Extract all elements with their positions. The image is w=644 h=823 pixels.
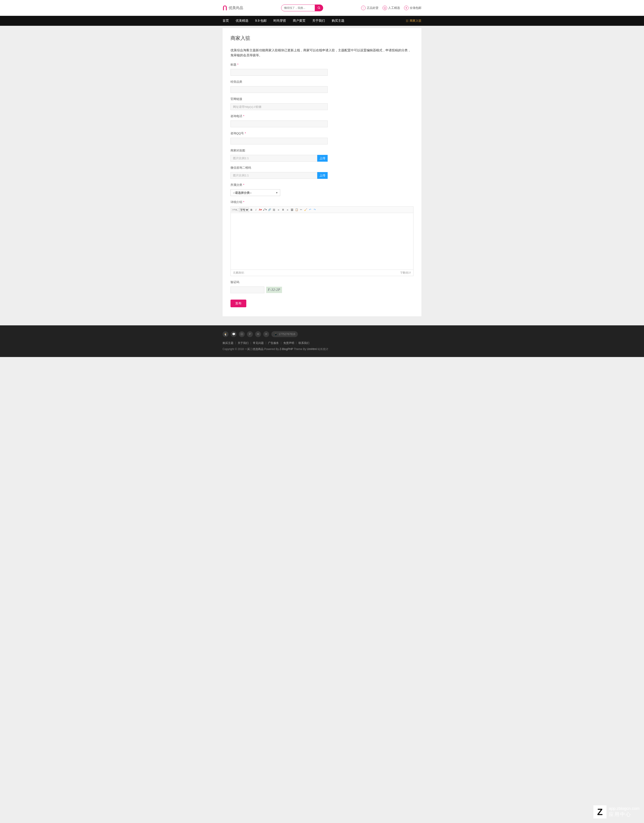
tb-image-button[interactable]: 🖼 <box>290 208 294 212</box>
input-title[interactable] <box>230 69 328 76</box>
search-button[interactable] <box>315 5 323 11</box>
submit-button[interactable]: 发布 <box>230 299 246 307</box>
label-qq: 咨询QQ号* <box>230 131 414 135</box>
nav-deals[interactable]: 9.9 包邮 <box>255 19 267 23</box>
qq-icon[interactable]: 🐧 <box>222 331 228 337</box>
label-title: 标题* <box>230 63 414 67</box>
tb-unlink-button[interactable]: ⛓ <box>272 208 276 212</box>
nav-fashion[interactable]: 时尚穿搭 <box>273 19 286 23</box>
nav-about[interactable]: 关于我们 <box>312 19 325 23</box>
svg-line-1 <box>319 8 320 9</box>
wechat-path-display: 图片比例1:1 <box>230 172 317 179</box>
tb-html-button[interactable]: HTML <box>232 208 239 211</box>
editor-wordcount[interactable]: 字数统计 <box>400 271 411 275</box>
tb-undo-button[interactable]: ↶ <box>308 208 312 212</box>
phone-badge[interactable]: 📱 17752767616 <box>271 331 298 337</box>
editor-toolbar: HTML 字号 B I A▾ 🖍▾ 🔗 ⛓ ≡ ≣ ≡ 🖼 📋 ✏ 🧹 ↶ ↷ <box>231 207 413 213</box>
tb-format-button[interactable]: 🧹 <box>304 208 308 212</box>
upload-cover-button[interactable]: 上传 <box>317 155 328 162</box>
search-icon <box>317 6 320 9</box>
footer-link-buy[interactable]: 购买主题 <box>222 341 233 345</box>
footer-link-contact[interactable]: 联系我们 <box>299 341 309 345</box>
tb-redo-button[interactable]: ↷ <box>313 208 317 212</box>
footer-link-about[interactable]: 关于我们 <box>238 341 248 345</box>
nav-merchant-register[interactable]: ☷ 商家入驻 <box>406 19 422 23</box>
footer-link-disclaimer[interactable]: 免责声明 <box>284 341 294 345</box>
label-class: 所属分类* <box>230 183 414 187</box>
header-link-shipping[interactable]: ¥ 全场包邮 <box>404 6 422 10</box>
phone-icon: 📱 <box>274 333 278 336</box>
package-icon: ¥ <box>404 6 409 10</box>
tb-align-right-button[interactable]: ≡ <box>286 208 290 212</box>
nav-featured[interactable]: 优美精选 <box>236 19 248 23</box>
heart-icon: ♡ <box>361 6 366 10</box>
label-captcha: 验证码 <box>230 280 414 284</box>
label-phone: 咨询电话* <box>230 114 414 118</box>
label-category: 经营品类 <box>230 80 414 84</box>
label-website: 官网链接 <box>230 97 414 101</box>
nav-merchants[interactable]: 商户黄页 <box>293 19 305 23</box>
rich-editor: HTML 字号 B I A▾ 🖍▾ 🔗 ⛓ ≡ ≣ ≡ 🖼 📋 ✏ 🧹 ↶ ↷ <box>230 206 414 276</box>
tb-fontcolor-button[interactable]: A▾ <box>259 208 262 212</box>
tb-fontsize-select[interactable]: 字号 <box>239 208 249 212</box>
header-link-curated[interactable]: Q 人工精选 <box>383 6 400 10</box>
zblog-link[interactable]: Z-BlogPHP <box>279 347 293 351</box>
weibo-icon[interactable]: ⓦ <box>239 331 245 337</box>
input-phone[interactable] <box>230 121 328 127</box>
footer-links: 购买主题| 关于我们| 常见问题| 广告服务| 免责声明| 联系我们 <box>222 341 422 345</box>
theme-link[interactable]: UmHtml <box>307 347 317 351</box>
upload-wechat-button[interactable]: 上传 <box>317 172 328 179</box>
header-links: ♡ 正品好货 Q 人工精选 ¥ 全场包邮 <box>361 6 422 10</box>
captcha-image[interactable]: F-32-2P <box>266 287 282 293</box>
tb-italic-button[interactable]: I <box>254 208 258 212</box>
store-icon: ☷ <box>406 19 409 23</box>
label-wechat: 微信咨询二维码 <box>230 166 414 170</box>
search-input[interactable] <box>281 5 315 11</box>
select-class[interactable]: --请选择分类-- <box>230 189 280 196</box>
svg-point-0 <box>318 7 320 9</box>
tb-paste-button[interactable]: 📋 <box>294 208 299 212</box>
page-intro: 优美综合淘客主题新功能商家入驻模块已更新上线，商家可以在线申请入驻，主题配置中可… <box>230 48 414 58</box>
footer-link-ads[interactable]: 广告服务 <box>268 341 279 345</box>
editor-textarea[interactable] <box>231 213 413 270</box>
input-website[interactable] <box>230 103 328 110</box>
search-box <box>281 5 323 11</box>
cover-path-display: 图片比例1:1 <box>230 155 317 162</box>
tb-bold-button[interactable]: B <box>250 208 253 212</box>
input-qq[interactable] <box>230 138 328 144</box>
label-cover: 商家封面图 <box>230 149 414 153</box>
logo-text: 优美尚品 <box>228 6 243 11</box>
tb-align-left-button[interactable]: ≡ <box>277 208 281 212</box>
tb-align-center-button[interactable]: ≣ <box>281 208 285 212</box>
nav-buy-theme[interactable]: 购买主题 <box>332 19 344 23</box>
logo[interactable]: ᑎ 优美尚品 <box>222 4 243 12</box>
tb-clear-button[interactable]: ✏ <box>299 208 303 212</box>
logo-icon: ᑎ <box>222 4 227 12</box>
pinterest-icon[interactable]: P <box>247 331 253 337</box>
copyright: Copyright © 2018 一买二优选商品 Powered By Z-Bl… <box>222 347 422 351</box>
header-link-quality[interactable]: ♡ 正品好货 <box>361 6 379 10</box>
page-title: 商家入驻 <box>230 35 414 41</box>
rss-icon[interactable]: ⟳ <box>263 331 269 337</box>
editor-path: 元素路径: <box>233 271 244 275</box>
nav-home[interactable]: 首页 <box>222 19 229 23</box>
input-category[interactable] <box>230 86 328 93</box>
nav-menu: 首页 优美精选 9.9 包邮 时尚穿搭 商户黄页 关于我们 购买主题 <box>222 19 344 23</box>
mail-icon[interactable]: ✉ <box>255 331 261 337</box>
magnify-icon: Q <box>383 6 387 10</box>
tb-bgcolor-button[interactable]: 🖍▾ <box>263 208 267 212</box>
tb-link-button[interactable]: 🔗 <box>268 208 271 212</box>
input-captcha[interactable] <box>230 287 264 293</box>
site-name-link[interactable]: 一买二优选商品 <box>244 347 264 351</box>
label-detail: 详细介绍* <box>230 200 414 204</box>
footer-link-faq[interactable]: 常见问题 <box>253 341 264 345</box>
social-row: 🐧 💬 ⓦ P ✉ ⟳ 📱 17752767616 <box>222 331 422 337</box>
wechat-icon[interactable]: 💬 <box>231 331 236 337</box>
